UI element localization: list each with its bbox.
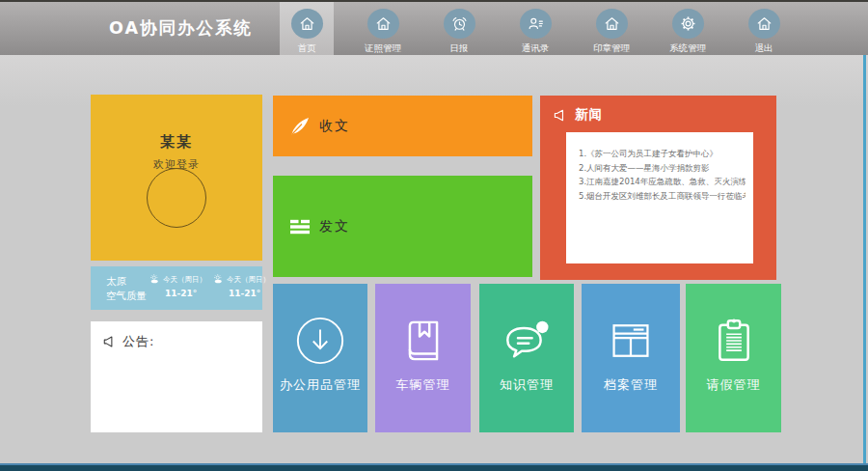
nav-item-daily-report[interactable]: 日报 xyxy=(432,2,486,55)
news-item[interactable]: 1.《苏一公司为员工建子女看护中心》 xyxy=(579,147,746,161)
module-leave[interactable]: 请假管理 xyxy=(686,284,781,432)
module-vehicles[interactable]: 车辆管理 xyxy=(375,284,471,432)
gear-icon xyxy=(672,9,704,39)
nav-label: 通讯录 xyxy=(522,42,550,55)
nav-item-home[interactable]: 首页 xyxy=(280,2,334,55)
nav-item-system[interactable]: 系统管理 xyxy=(661,2,715,55)
nav-item-logout[interactable]: 退出 xyxy=(737,2,791,55)
forecast-day: 今天（周日） xyxy=(227,275,270,285)
news-item[interactable]: 3.江南嘉捷2014年应急疏散、急救、灭火演练圆满落幕 xyxy=(579,175,746,189)
right-edge-accent xyxy=(863,55,866,463)
nav-label: 日报 xyxy=(450,42,469,55)
sun-cloud-icon xyxy=(212,273,225,286)
quill-icon xyxy=(288,115,312,138)
home-icon xyxy=(367,9,399,39)
city-name: 太原 xyxy=(106,274,147,289)
inbox-button[interactable]: 收文 xyxy=(273,96,532,156)
nav-item-contacts[interactable]: 通讯录 xyxy=(508,2,562,55)
home-icon xyxy=(748,9,780,39)
nav-item-licenses[interactable]: 证照管理 xyxy=(356,2,410,55)
sun-cloud-icon xyxy=(149,273,161,286)
nav-label: 退出 xyxy=(755,42,773,55)
inbox-label: 收文 xyxy=(319,118,350,135)
weather-card: 太原 空气质量 今天（周日） 11-21° 今天（周日） 11-21° xyxy=(91,266,262,310)
module-label: 知识管理 xyxy=(500,376,554,394)
user-name: 某某 xyxy=(91,133,262,152)
news-item[interactable]: 5.烟台开发区刘维部长及工商联领导一行莅临考察指导 xyxy=(579,189,746,204)
module-label: 档案管理 xyxy=(604,376,658,394)
nav-label: 首页 xyxy=(298,42,316,55)
chat-bubble-icon xyxy=(500,314,554,368)
nav-item-seals[interactable]: 印章管理 xyxy=(584,2,638,55)
module-label: 请假管理 xyxy=(707,376,761,394)
news-list: 1.《苏一公司为员工建子女看护中心》 2.人间有大爱——星海小学捐款剪影 3.江… xyxy=(566,132,753,203)
megaphone-icon xyxy=(102,334,118,349)
footer-bar xyxy=(0,463,868,471)
nav-label: 证照管理 xyxy=(365,42,401,55)
outbox-button[interactable]: 发文 xyxy=(273,176,532,277)
contacts-icon xyxy=(520,9,552,39)
book-icon xyxy=(396,314,450,368)
forecast-temp: 11-21° xyxy=(229,289,272,298)
forecast-today: 今天（周日） 11-21° xyxy=(149,273,208,298)
weather-location: 太原 空气质量 xyxy=(106,274,147,303)
news-item[interactable]: 2.人间有大爱——星海小学捐款剪影 xyxy=(579,161,746,176)
module-office-supplies[interactable]: 办公用品管理 xyxy=(273,284,367,432)
alarm-clock-icon xyxy=(444,9,475,39)
news-title: 新闻 xyxy=(575,106,603,124)
home-icon xyxy=(596,9,628,39)
nav-label: 印章管理 xyxy=(593,42,630,55)
forecast-temp: 11-21° xyxy=(165,289,208,298)
top-nav: 首页 证照管理 日报 通讯录 xyxy=(280,2,791,55)
avatar-placeholder xyxy=(147,168,206,228)
download-circle-icon xyxy=(293,314,347,368)
list-bars-icon xyxy=(288,215,312,238)
archive-window-icon xyxy=(604,314,658,368)
module-knowledge[interactable]: 知识管理 xyxy=(479,284,574,432)
outbox-label: 发文 xyxy=(319,218,350,236)
air-quality-label: 空气质量 xyxy=(106,289,147,303)
announcement-title: 公告: xyxy=(122,333,154,350)
forecast-day: 今天（周日） xyxy=(163,275,206,285)
clipboard-icon xyxy=(707,314,761,368)
news-card: 新闻 1.《苏一公司为员工建子女看护中心》 2.人间有大爱——星海小学捐款剪影 … xyxy=(540,96,776,280)
forecast-today-2: 今天（周日） 11-21° xyxy=(212,273,272,298)
module-label: 车辆管理 xyxy=(396,376,450,394)
profile-card: 某某 欢迎登录 xyxy=(91,95,262,261)
home-icon xyxy=(291,9,323,39)
oa-dashboard: OA协同办公系统 首页 证照管理 日报 xyxy=(0,0,868,471)
module-archives[interactable]: 档案管理 xyxy=(582,284,680,432)
app-title: OA协同办公系统 xyxy=(109,2,253,55)
module-label: 办公用品管理 xyxy=(280,376,361,394)
nav-label: 系统管理 xyxy=(669,42,706,55)
news-panel: 1.《苏一公司为员工建子女看护中心》 2.人间有大爱——星海小学捐款剪影 3.江… xyxy=(566,132,753,263)
announcement-card: 公告: xyxy=(91,321,262,432)
header-bar: OA协同办公系统 首页 证照管理 日报 xyxy=(0,0,868,55)
megaphone-icon xyxy=(553,107,569,124)
